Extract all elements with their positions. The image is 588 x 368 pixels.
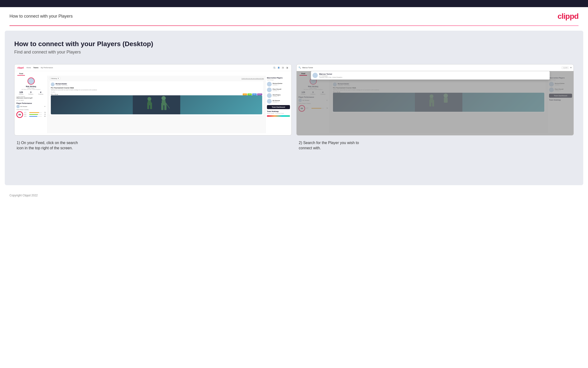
logo: clippd	[558, 12, 579, 21]
activity-card-desc: Walking the course with my coach to buil…	[51, 89, 262, 91]
screenshots-row: clippd Home Teams My Performance 🔍 👤 ⚙ ◉…	[14, 64, 574, 151]
control-link[interactable]: Control who can see your activity and da…	[242, 78, 264, 79]
duration-label: Duration	[51, 91, 55, 93]
screenshot-panel-1: clippd Home Teams My Performance 🔍 👤 ⚙ ◉…	[14, 64, 292, 151]
app-mockup-2: clippd Home Teams My Performance Feed Bl…	[296, 64, 574, 136]
duration-value: 02 hr : 00 min	[51, 94, 58, 95]
caption-2: 2) Search for the Player you wish toconn…	[296, 140, 574, 151]
player-item-2: Piers Parnell Activities: 4	[267, 87, 290, 92]
footer: Copyright Clippd 2022	[0, 190, 588, 201]
app-body-1: Blair McHarg Golf Coach Mill Ride Golf C…	[15, 76, 291, 133]
svg-rect-7	[161, 103, 163, 110]
heatmap-bar-fill	[267, 115, 290, 117]
player-info-3: Hiral Pujara Activities: 3	[273, 94, 281, 97]
svg-rect-3	[147, 102, 149, 109]
profile-club: Mill Ride Golf Club, United Kingdom	[16, 89, 46, 90]
user-icon[interactable]: 👤	[277, 66, 280, 69]
activity-user-meta: Yesterday · The Grove	[56, 85, 67, 86]
most-active-title: Most Active Players	[267, 77, 290, 79]
following-button[interactable]: Following ▼	[49, 77, 61, 80]
activity-user-row: Richard Butler Yesterday · The Grove	[51, 83, 262, 86]
search-result-name: Marcus Turner	[319, 73, 342, 75]
score-bar-app: APP 70	[24, 114, 46, 115]
stat-activities: 129 Activities	[19, 91, 24, 95]
svg-rect-0	[133, 95, 180, 114]
tag-arg: ARG	[252, 93, 257, 95]
app-mockup-1: clippd Home Teams My Performance 🔍 👤 ⚙ ◉…	[14, 64, 292, 136]
nav-my-performance[interactable]: My Performance	[41, 67, 53, 68]
stat-following: 4 Following	[38, 91, 43, 95]
score-bars: OTT 79 APP	[24, 112, 46, 118]
profile-stats: 129 Activities 3 Followers 4 Following	[16, 91, 46, 95]
player-info-2: Piers Parnell Activities: 4	[273, 88, 281, 91]
app-nav-1: clippd Home Teams My Performance 🔍 👤 ⚙ ◉	[15, 64, 291, 71]
search-result-info: Marcus Turner 1-5 Handicap Cypress Point…	[319, 73, 342, 78]
player-avatar-3	[267, 93, 272, 98]
search-result-dropdown: Marcus Turner 1-5 Handicap Cypress Point…	[311, 71, 550, 80]
player-avatar-1	[267, 82, 272, 87]
app-nav-items: Home Teams My Performance	[26, 67, 53, 68]
search-result-item[interactable]: Marcus Turner 1-5 Handicap Cypress Point…	[313, 73, 548, 78]
copyright: Copyright Clippd 2022	[9, 194, 38, 197]
search-result-avatar	[313, 73, 318, 78]
search-icon-2: 🔍	[298, 66, 301, 69]
team-heatmap-title: Team Heatmap	[267, 110, 290, 112]
activity-card-title: Pre Tournament Course Walk	[51, 87, 262, 89]
activity-tags: OTT APP ARG PUTT	[243, 93, 262, 95]
svg-point-5	[161, 96, 166, 100]
profile-avatar	[27, 77, 35, 85]
header: How to connect with your Players clippd	[0, 7, 588, 26]
clear-button[interactable]: CLEAR	[562, 66, 569, 69]
activity-date: 27 Jul 2022	[16, 100, 46, 101]
player-item-4: Eli Vincent Activities: 1	[267, 99, 290, 104]
avatar-icon[interactable]: ◉	[286, 66, 289, 69]
profile-name: Blair McHarg	[16, 86, 46, 87]
activity-card-1: Richard Butler Yesterday · The Grove Pre…	[49, 81, 264, 116]
close-search-button[interactable]: ×	[570, 66, 572, 69]
nav-home[interactable]: Home	[26, 67, 31, 68]
search-input[interactable]: Marcus Turner	[302, 67, 560, 68]
main-content: How to connect with your Players (Deskto…	[5, 31, 583, 185]
team-dashboard-button[interactable]: Team Dashboard	[267, 105, 290, 109]
tag-ott: OTT	[243, 93, 247, 95]
dropdown-arrow-icon[interactable]: ▼	[44, 106, 46, 107]
svg-rect-4	[150, 102, 152, 109]
app-center-panel: Following ▼ Control who can see your act…	[48, 76, 265, 133]
search-result-club: Cypress Point Club, United Kingdom	[319, 77, 342, 78]
caption-1: 1) On your Feed, click on the searchicon…	[14, 140, 292, 151]
activity-user-info: Richard Butler Yesterday · The Grove	[56, 83, 67, 86]
heatmap-bar	[267, 115, 290, 117]
tag-putt: PUTT	[257, 93, 262, 95]
stat-followers: 3 Followers	[28, 91, 33, 95]
app-nav-icons: 🔍 👤 ⚙ ◉	[273, 66, 289, 69]
settings-icon[interactable]: ⚙	[281, 66, 284, 69]
activity-user-name: Richard Butler	[56, 83, 67, 85]
main-subtitle: Find and connect with your Players	[14, 50, 574, 55]
top-bar	[0, 0, 588, 7]
activity-duration-row: 02 hr : 00 min OTT APP ARG PUTT	[51, 93, 262, 95]
team-heatmap-sub: Player Quality · 20 Round Trend	[267, 113, 290, 114]
search-icon[interactable]: 🔍	[273, 66, 276, 69]
player-name-small: Eli Vincent	[20, 106, 44, 107]
player-info-4: Eli Vincent Activities: 1	[273, 100, 280, 103]
player-avatar-2	[267, 87, 272, 92]
feed-tab[interactable]: Feed	[17, 72, 25, 76]
app-right-panel: Most Active Players Last 30 days Richard…	[265, 76, 291, 133]
app-logo-1: clippd	[17, 66, 24, 69]
score-bar-arg: ARG 65	[24, 116, 46, 117]
player-avatar-4	[267, 99, 272, 104]
player-select-row: Eli Vincent ▼	[16, 105, 46, 108]
activity-user-avatar	[51, 83, 55, 86]
most-active-sub: Last 30 days	[267, 79, 290, 81]
quality-score: 84 OTT 79 APP	[16, 111, 46, 118]
header-divider	[9, 26, 579, 26]
player-item-1: Richard Butler Activities: 7	[267, 82, 290, 87]
svg-rect-8	[164, 103, 167, 110]
tag-app: APP	[247, 93, 252, 95]
screenshot-panel-2: clippd Home Teams My Performance Feed Bl…	[296, 64, 574, 151]
player-performance-title: Player Performance	[16, 102, 46, 104]
activity-name: Afternoon round of golf	[16, 97, 46, 99]
activity-image	[51, 95, 262, 114]
page-title: How to connect with your Players	[9, 14, 73, 19]
nav-teams[interactable]: Teams	[33, 67, 38, 68]
